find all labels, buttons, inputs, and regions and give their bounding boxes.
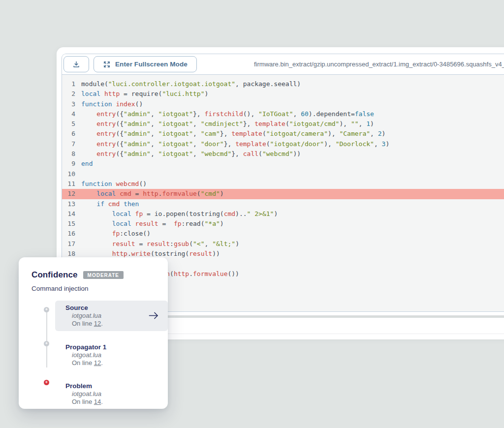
step-problem: + Problem iotgoat.lua On line 14. xyxy=(44,379,168,409)
confidence-title: Confidence xyxy=(32,270,78,280)
plus-circle-icon: + xyxy=(44,341,49,346)
step-problem-row[interactable]: Problem iotgoat.lua On line 14. xyxy=(55,379,168,409)
step-line: On line 14. xyxy=(72,398,162,405)
step-title: Source xyxy=(65,304,103,311)
line-number: 12 xyxy=(62,189,75,199)
fullscreen-expand-icon xyxy=(103,61,111,68)
step-file: iotgoat.lua xyxy=(72,312,103,319)
code-line: 16 fp:close() xyxy=(62,229,504,239)
line-number: 13 xyxy=(62,199,75,209)
line-number: 3 xyxy=(62,99,75,109)
code-line: 8 entry({"admin", "iotgoat", "webcmd"}, … xyxy=(62,149,504,159)
step-file: iotgoat.lua xyxy=(72,390,162,397)
step-propagator-row[interactable]: Propagator 1 iotgoat.lua On line 12. xyxy=(55,340,168,370)
code-line: 3function index() xyxy=(62,99,504,109)
step-line: On line 12. xyxy=(72,320,103,327)
line-number: 16 xyxy=(62,229,75,239)
vulnerability-type: Command injection xyxy=(32,285,168,292)
step-title: Propagator 1 xyxy=(65,343,162,351)
line-number: 9 xyxy=(62,159,75,169)
file-path: firmware.bin_extract/gzip.uncompressed_e… xyxy=(254,54,504,75)
confidence-badge: MODERATE xyxy=(83,271,124,279)
code-line: 17 result = result:gsub("<", "&lt;") xyxy=(62,239,504,249)
line-number: 2 xyxy=(62,89,75,99)
line-number-link[interactable]: 14 xyxy=(94,398,101,405)
viewer-toolbar: Enter Fullscreen Mode firmware.bin_extra… xyxy=(62,54,504,75)
line-number: 10 xyxy=(62,169,75,179)
line-number: 7 xyxy=(62,139,75,149)
step-propagator: + Propagator 1 iotgoat.lua On line 12. xyxy=(44,340,168,370)
step-file: iotgoat.lua xyxy=(72,351,162,359)
code-line: 15 local result = fp:read("*a") xyxy=(62,219,504,229)
code-line: 6 entry({"admin", "iotgoat", "cam"}, tem… xyxy=(62,129,504,139)
code-line: 1module("luci.controller.iotgoat.iotgoat… xyxy=(62,79,504,89)
step-line: On line 12. xyxy=(72,359,162,367)
arrow-right-icon[interactable] xyxy=(148,311,159,320)
line-number: 14 xyxy=(62,209,75,219)
step-source-row[interactable]: Source iotgoat.lua On line 12. xyxy=(55,301,168,331)
line-number: 17 xyxy=(62,239,75,249)
confidence-header: Confidence MODERATE xyxy=(32,270,168,280)
code-line: 13 if cmd then xyxy=(62,199,504,209)
code-line: 14 local fp = io.popen(tostring(cmd).." … xyxy=(62,209,504,219)
line-number-link[interactable]: 12 xyxy=(94,359,101,367)
code-line: 5 entry({"admin", "iotgoat", "cmdinject"… xyxy=(62,119,504,129)
confidence-panel: Confidence MODERATE Command injection + … xyxy=(19,257,168,409)
line-number: 15 xyxy=(62,219,75,229)
code-line: 7 entry({"admin", "iotgoat", "door"}, te… xyxy=(62,139,504,149)
code-line: 2local http = require("luci.http") xyxy=(62,89,504,99)
line-number: 6 xyxy=(62,129,75,139)
fullscreen-button[interactable]: Enter Fullscreen Mode xyxy=(94,56,197,72)
plus-circle-icon: + xyxy=(44,307,49,312)
step-source: + Source iotgoat.lua On line 12. xyxy=(44,301,168,331)
code-line: 4 entry({"admin", "iotgoat"}, firstchild… xyxy=(62,109,504,119)
download-button[interactable] xyxy=(63,56,89,72)
line-number: 5 xyxy=(62,119,75,129)
trace-timeline: + Source iotgoat.lua On line 12. + Propa… xyxy=(44,301,168,409)
code-line: 9end xyxy=(62,159,504,169)
line-number: 8 xyxy=(62,149,75,159)
plus-circle-icon: + xyxy=(44,380,49,385)
line-number: 1 xyxy=(62,79,75,89)
line-number: 4 xyxy=(62,109,75,119)
step-title: Problem xyxy=(65,382,162,390)
code-line: 11function webcmd() xyxy=(62,179,504,189)
line-number: 11 xyxy=(62,179,75,189)
download-icon xyxy=(72,61,80,68)
code-line: 12 local cmd = http.formvalue("cmd") xyxy=(62,189,504,199)
code-line: 10 xyxy=(62,169,504,179)
line-number-link[interactable]: 12 xyxy=(94,320,101,327)
fullscreen-label: Enter Fullscreen Mode xyxy=(115,61,188,68)
